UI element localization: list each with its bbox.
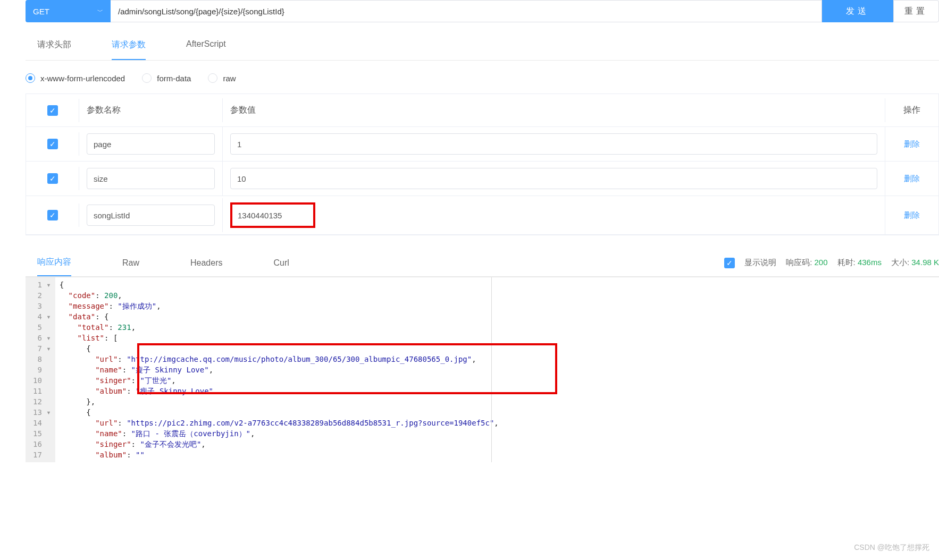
line-gutter: 1 ▾ 2 3 4 ▾ 5 6 ▾ 7 ▾ 8 9 10 11 12 13 ▾ … bbox=[26, 277, 55, 462]
checkbox[interactable]: ✓ bbox=[47, 210, 58, 220]
param-name-input[interactable] bbox=[87, 168, 215, 189]
tab-response-headers[interactable]: Headers bbox=[190, 258, 222, 275]
status-time: 436ms bbox=[858, 258, 882, 267]
body-type-radios: x-www-form-urlencoded form-data raw bbox=[26, 73, 939, 83]
table-row: ✓ 删除 bbox=[26, 162, 938, 196]
tab-response-curl[interactable]: Curl bbox=[274, 258, 289, 275]
tab-request-headers[interactable]: 请求头部 bbox=[37, 39, 71, 60]
tab-response-raw[interactable]: Raw bbox=[122, 258, 139, 275]
tab-response-body[interactable]: 响应内容 bbox=[37, 257, 71, 276]
delete-link[interactable]: 删除 bbox=[904, 174, 920, 184]
radio-icon bbox=[142, 73, 152, 83]
status-code: 200 bbox=[815, 258, 828, 267]
param-name-input[interactable] bbox=[87, 205, 215, 226]
checkbox-all[interactable]: ✓ bbox=[47, 105, 58, 116]
col-ops: 操作 bbox=[885, 98, 938, 122]
checkbox[interactable]: ✓ bbox=[47, 139, 58, 149]
response-status-bar: ✓ 显示说明 响应码: 200 耗时: 436ms 大小: 34.98 K bbox=[724, 258, 939, 276]
reset-button[interactable]: 重置 bbox=[893, 0, 939, 22]
param-value-input[interactable] bbox=[230, 168, 877, 189]
radio-icon bbox=[208, 73, 217, 83]
col-value: 参数值 bbox=[223, 98, 885, 122]
param-name-input[interactable] bbox=[87, 133, 215, 155]
col-name: 参数名称 bbox=[79, 98, 223, 122]
http-method-select[interactable]: GET ﹀ bbox=[26, 0, 111, 22]
send-button[interactable]: 发送 bbox=[822, 0, 893, 22]
show-desc-label: 显示说明 bbox=[744, 258, 776, 268]
table-row: ✓ 删除 bbox=[26, 127, 938, 162]
chevron-down-icon: ﹀ bbox=[97, 7, 103, 15]
table-row: ✓ 删除 bbox=[26, 196, 938, 235]
status-size: 34.98 K bbox=[911, 258, 939, 267]
delete-link[interactable]: 删除 bbox=[904, 210, 920, 220]
radio-raw[interactable]: raw bbox=[208, 73, 236, 83]
http-method-value: GET bbox=[33, 7, 49, 16]
param-value-input[interactable] bbox=[230, 133, 877, 155]
tab-afterscript[interactable]: AfterScript bbox=[186, 39, 226, 60]
radio-formdata[interactable]: form-data bbox=[142, 73, 191, 83]
delete-link[interactable]: 删除 bbox=[904, 139, 920, 149]
url-input[interactable] bbox=[111, 0, 822, 22]
tab-request-params[interactable]: 请求参数 bbox=[112, 39, 146, 60]
params-table: ✓ 参数名称 参数值 操作 ✓ 删除 ✓ 删除 ✓ 删除 bbox=[26, 94, 939, 235]
highlight-annotation bbox=[230, 202, 315, 228]
splitter[interactable] bbox=[491, 277, 492, 462]
response-tabs: 响应内容 Raw Headers Curl ✓ 显示说明 响应码: 200 耗时… bbox=[26, 257, 939, 277]
radio-icon bbox=[26, 73, 35, 83]
param-value-input[interactable] bbox=[236, 205, 310, 226]
checkbox[interactable]: ✓ bbox=[47, 173, 58, 184]
response-body-viewer: 1 ▾ 2 3 4 ▾ 5 6 ▾ 7 ▾ 8 9 10 11 12 13 ▾ … bbox=[26, 277, 939, 462]
table-header-row: ✓ 参数名称 参数值 操作 bbox=[26, 94, 938, 127]
response-json[interactable]: { "code": 200, "message": "操作成功", "data"… bbox=[55, 277, 939, 462]
request-tabs: 请求头部 请求参数 AfterScript bbox=[26, 39, 939, 61]
checkbox-show-desc[interactable]: ✓ bbox=[724, 258, 735, 268]
radio-xwww[interactable]: x-www-form-urlencoded bbox=[26, 73, 125, 83]
